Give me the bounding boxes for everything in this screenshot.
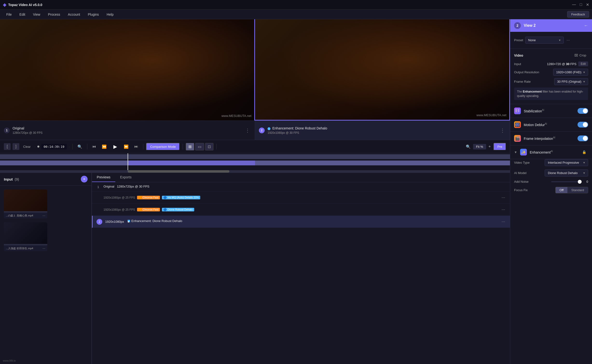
view-overlay-button[interactable]: ⊡: [205, 143, 213, 150]
preset-dropdown[interactable]: None ▾: [525, 37, 564, 44]
preset-value: None: [528, 38, 536, 42]
focus-fix-buttons: Off Standard: [555, 187, 588, 193]
preview-left: www.MESUBUTA.net: [0, 19, 254, 121]
motion-deblur-toggle[interactable]: [578, 122, 588, 128]
resolution-label-2: 1920x1080px @ 25 FPS: [103, 196, 135, 199]
menu-file[interactable]: File: [3, 12, 15, 17]
timeline-area[interactable]: [0, 153, 510, 173]
edit-input-button[interactable]: Edit: [578, 61, 588, 66]
output-res-chevron-icon: ▾: [583, 70, 585, 74]
input-file-2[interactable]: ...入強盗 杉田弥生.mp4 ···: [4, 222, 47, 251]
timeline-track-2: [0, 161, 510, 165]
timeline-playhead[interactable]: [128, 153, 128, 173]
stabilization-ai-badge: AI: [542, 109, 544, 111]
preview-row-3[interactable]: 1920x1080px @ 25 FPS 🟧 Chronos Fast 🔵 Di…: [92, 204, 510, 216]
menu-process[interactable]: Process: [45, 12, 64, 17]
enhancement-icon-4: ●: [128, 220, 130, 222]
focus-fix-standard-button[interactable]: Standard: [567, 187, 588, 193]
enhancement-expand-icon[interactable]: ▼: [514, 150, 517, 154]
separator-1: [72, 144, 73, 149]
timecode-display: 00:14:39:19: [41, 144, 67, 149]
view-side-by-side-button[interactable]: ⊞: [186, 143, 194, 150]
collapse-view2-button[interactable]: ←: [584, 23, 588, 28]
menu-edit[interactable]: Edit: [16, 12, 29, 17]
focus-fix-off-button[interactable]: Off: [556, 187, 567, 193]
preview-row-4[interactable]: 2 1920x1080px ● Enhancement: Dione Robus…: [92, 216, 510, 228]
preview-row-info-2: 1920x1080px @ 25 FPS 🟧 Chronos Fast 🔵 Ir…: [103, 196, 498, 199]
step-back-button[interactable]: ⏪: [100, 143, 109, 150]
view-single-button[interactable]: ▭: [195, 143, 204, 150]
menu-view[interactable]: View: [30, 12, 44, 17]
frame-interpolation-toggle[interactable]: [578, 135, 588, 141]
tab-previews[interactable]: Previews: [92, 173, 115, 182]
input-file-menu-2[interactable]: ···: [42, 246, 45, 250]
crop-button[interactable]: ⌧ Crop: [572, 53, 588, 58]
output-res-label: Output Resolution: [514, 70, 553, 74]
video-type-chevron-icon: ▾: [583, 161, 585, 164]
input-file-1[interactable]: ...の戯１ 高橋心美.mp4 ···: [4, 189, 47, 218]
skip-start-button[interactable]: ⏮: [90, 143, 98, 150]
add-input-button[interactable]: +: [81, 176, 88, 182]
preview-row-num-4: 2: [96, 219, 102, 225]
preview-row-info-4: 1920x1080px ● Enhancement: Dione Robust …: [105, 219, 498, 224]
badge-dione-3: 🔵 Dione Robust Dehalo: [162, 208, 194, 211]
watermark-left: www.MESUBUTA.net: [221, 114, 251, 118]
track-labels: 1 Original 1280x720px @ 30 FPS ⋮ 2 Enhan…: [0, 121, 510, 140]
close-button[interactable]: ✕: [586, 2, 589, 7]
preview-right: www.MESUBUTA.net: [254, 19, 510, 121]
tab-exports[interactable]: Exports: [115, 173, 136, 182]
preview-row-menu-3[interactable]: ···: [501, 206, 506, 213]
comparison-mode-button[interactable]: Comparison Mode: [146, 143, 179, 150]
play-button[interactable]: ▶: [110, 143, 120, 150]
motion-deblur-label: Motion DeblurAI: [524, 122, 575, 127]
separator-3: [143, 144, 143, 149]
stabilization-toggle[interactable]: [578, 108, 588, 114]
input-filename-1: ...の戯１ 高橋心美.mp4: [6, 214, 33, 217]
output-res-row: Output Resolution 1920×1080 (FHD) ▾: [514, 69, 588, 76]
search-button[interactable]: 🔍: [76, 143, 84, 150]
noise-slider[interactable]: [551, 181, 582, 182]
timeline-scrollbar-thumb[interactable]: [128, 170, 230, 173]
skip-end-button[interactable]: ⏭: [132, 143, 140, 150]
track-enhancement-header: Enhancement: Dione Robust Dehalo: [268, 126, 496, 131]
frame-rate-dropdown[interactable]: 30 FPS (Original) ▾: [554, 78, 588, 85]
zoom-out-button[interactable]: 🔍: [465, 143, 472, 150]
preview-button[interactable]: Pre: [494, 143, 506, 150]
preset-more-button[interactable]: ···: [566, 37, 571, 43]
menu-account[interactable]: Account: [64, 12, 83, 17]
menu-bar: File Edit View Process Account Plugins H…: [0, 10, 592, 19]
preview-row-menu-4[interactable]: ···: [501, 218, 506, 225]
zoom-expand-button[interactable]: ⌖: [488, 143, 492, 150]
maximize-button[interactable]: □: [580, 2, 582, 7]
ai-model-dropdown[interactable]: Dione Robust Dehalo ▾: [545, 169, 588, 176]
video-type-dropdown[interactable]: Interlaced Progressive ▾: [545, 159, 588, 166]
track-label-original: 1 Original 1280x720px @ 30 FPS ⋮: [0, 121, 255, 140]
video-type-row: Video Type Interlaced Progressive ▾: [514, 159, 588, 166]
timeline-scrollbar[interactable]: [0, 170, 510, 173]
output-res-dropdown[interactable]: 1920×1080 (FHD) ▾: [553, 69, 588, 76]
preview-right-video[interactable]: www.MESUBUTA.net: [255, 19, 509, 120]
clear-button[interactable]: Clear: [21, 144, 33, 149]
minimize-button[interactable]: —: [572, 2, 576, 7]
track-menu-2[interactable]: ⋮: [499, 127, 506, 134]
menu-help[interactable]: Help: [103, 12, 117, 17]
video-type-value: Interlaced Progressive: [548, 161, 579, 164]
frame-rate-value: 30 FPS (Original): [557, 80, 581, 83]
bracket-start-button[interactable]: [: [4, 143, 11, 150]
menu-plugins[interactable]: Plugins: [84, 12, 102, 17]
preview-row-menu-2[interactable]: ···: [501, 194, 506, 201]
step-forward-button[interactable]: ⏩: [122, 143, 131, 150]
input-thumb-label-2: ...入強盗 杉田弥生.mp4 ···: [4, 245, 47, 251]
track-menu-1[interactable]: ⋮: [244, 127, 251, 134]
input-thumb-image-1: [4, 189, 47, 211]
preview-left-video[interactable]: www.MESUBUTA.net: [0, 19, 254, 121]
playhead-dot[interactable]: [37, 146, 39, 148]
input-file-menu-1[interactable]: ···: [42, 214, 45, 217]
preview-row-1[interactable]: 1 Original 1280x720px @ 30 FPS: [92, 182, 510, 192]
app-logo-icon: ◈: [3, 2, 6, 7]
enhancement-dot-icon: [268, 127, 270, 130]
preview-row-2[interactable]: 1920x1080px @ 25 FPS 🟧 Chronos Fast 🔵 Ir…: [92, 192, 510, 204]
bracket-end-button[interactable]: ]: [13, 143, 19, 150]
feedback-button[interactable]: Feedback: [567, 11, 589, 18]
noise-slider-thumb[interactable]: [578, 180, 582, 184]
